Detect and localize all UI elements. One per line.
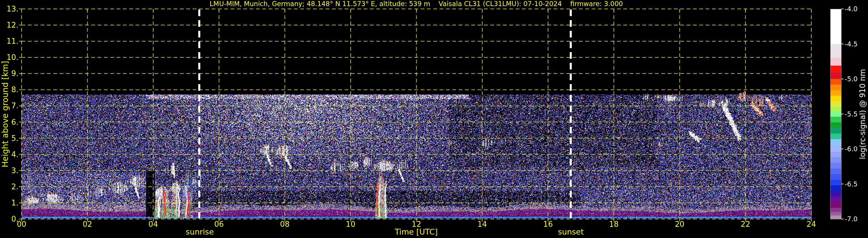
y-tick-label: 8. (0, 85, 19, 94)
colorbar-tick-label: -6.0 (845, 145, 858, 153)
y-tick-label: 10. (0, 53, 19, 62)
plot-canvas (0, 0, 868, 238)
colorbar-tick-label: -7.0 (845, 215, 858, 223)
x-tick-label: 12 (412, 220, 421, 229)
y-tick-label: 3. (0, 166, 19, 175)
y-tick-label: 0. (0, 215, 19, 223)
y-tick-label: 9. (0, 69, 19, 78)
colorbar-tick-label: -5.5 (845, 110, 858, 118)
ceilometer-quicklook: LMU-MIM, Munich, Germany; 48.148° N 11.5… (0, 0, 868, 238)
y-tick-label: 13. (0, 5, 19, 13)
colorbar-tick-label: -5.0 (845, 75, 858, 83)
x-tick-label: 20 (675, 220, 684, 229)
colorbar-tick-label: -6.5 (845, 180, 858, 188)
y-tick-label: 1. (0, 199, 19, 207)
x-axis-label: Time [UTC] (395, 227, 438, 236)
y-tick-label: 12. (0, 21, 19, 29)
y-tick-label: 4. (0, 150, 19, 159)
x-tick-label: 16 (543, 220, 553, 229)
x-tick-label: 08 (280, 220, 290, 229)
x-tick-label: 24 (806, 220, 816, 229)
sunrise-label: sunrise (186, 227, 214, 236)
y-tick-label: 2. (0, 182, 19, 191)
y-tick-label: 6. (0, 118, 19, 126)
sunset-label: sunset (558, 227, 584, 236)
x-tick-label: 18 (609, 220, 619, 229)
y-tick-label: 11. (0, 37, 19, 46)
colorbar-tick-label: -4.5 (845, 40, 858, 48)
colorbar-label: log(rc-signal) @ 910 nm (858, 69, 867, 159)
x-tick-label: 02 (83, 220, 92, 229)
x-tick-label: 06 (214, 220, 224, 229)
x-tick-label: 04 (149, 220, 158, 229)
x-tick-label: 22 (741, 220, 750, 229)
y-tick-label: 5. (0, 134, 19, 143)
colorbar-tick-label: -4.0 (845, 5, 858, 13)
y-tick-label: 7. (0, 101, 19, 110)
x-tick-label: 14 (477, 220, 487, 229)
plot-title: LMU-MIM, Munich, Germany; 48.148° N 11.5… (210, 0, 623, 7)
x-tick-label: 10 (346, 220, 355, 229)
